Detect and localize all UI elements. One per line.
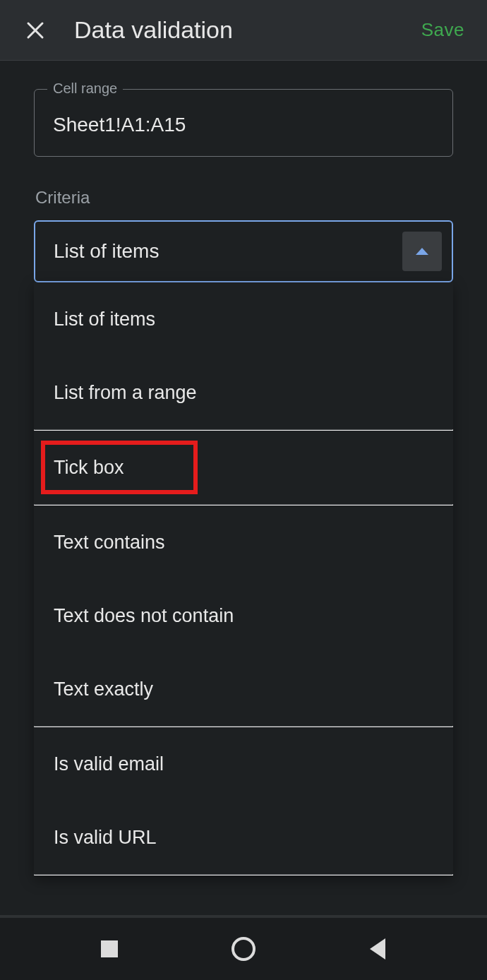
chevron-up-icon bbox=[416, 248, 428, 255]
cell-range-input[interactable] bbox=[53, 114, 434, 136]
option-label: Is valid URL bbox=[54, 827, 157, 849]
save-button[interactable]: Save bbox=[413, 13, 473, 47]
criteria-option-text-exactly[interactable]: Text exactly bbox=[34, 652, 453, 726]
criteria-select[interactable]: List of items bbox=[34, 220, 453, 282]
option-label: Tick box bbox=[54, 457, 124, 479]
option-label: Text contains bbox=[54, 532, 165, 554]
circle-icon bbox=[232, 937, 255, 961]
square-icon bbox=[101, 940, 118, 957]
cell-range-field[interactable]: Cell range bbox=[34, 89, 453, 157]
criteria-option-list-of-items[interactable]: List of items bbox=[34, 282, 453, 356]
option-label: Text exactly bbox=[54, 679, 153, 700]
criteria-label: Criteria bbox=[35, 188, 453, 208]
option-label: List of items bbox=[54, 309, 155, 330]
criteria-option-valid-url[interactable]: Is valid URL bbox=[34, 801, 453, 874]
option-label: Is valid email bbox=[54, 753, 164, 775]
back-triangle-icon bbox=[370, 938, 385, 960]
divider bbox=[34, 874, 453, 876]
home-button[interactable] bbox=[228, 933, 259, 964]
content-area: Cell range Criteria List of items List o… bbox=[0, 61, 487, 915]
header-bar: Data validation Save bbox=[0, 0, 487, 61]
page-title: Data validation bbox=[74, 16, 413, 44]
cell-range-label: Cell range bbox=[47, 80, 123, 97]
option-label: List from a range bbox=[54, 382, 197, 404]
criteria-option-list-from-range[interactable]: List from a range bbox=[34, 356, 453, 429]
criteria-dropdown: List of items List from a range Tick box… bbox=[34, 282, 453, 876]
system-navigation-bar bbox=[0, 915, 487, 980]
criteria-option-text-contains[interactable]: Text contains bbox=[34, 506, 453, 579]
dropdown-toggle[interactable] bbox=[402, 232, 442, 271]
criteria-option-tick-box[interactable]: Tick box bbox=[34, 431, 453, 504]
overview-button[interactable] bbox=[94, 933, 125, 964]
option-label: Text does not contain bbox=[54, 605, 234, 627]
criteria-selected-value: List of items bbox=[54, 240, 159, 263]
data-validation-screen: Data validation Save Cell range Criteria… bbox=[0, 0, 487, 980]
close-icon[interactable] bbox=[21, 16, 49, 44]
criteria-option-text-does-not-contain[interactable]: Text does not contain bbox=[34, 579, 453, 652]
criteria-option-valid-email[interactable]: Is valid email bbox=[34, 727, 453, 801]
back-button[interactable] bbox=[362, 933, 393, 964]
